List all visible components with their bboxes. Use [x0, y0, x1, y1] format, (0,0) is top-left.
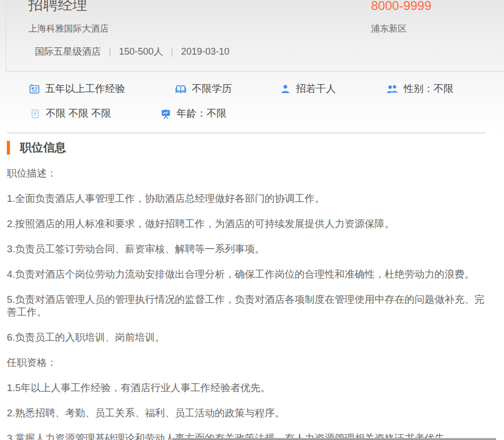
description-paragraph: 4.负责对酒店个岗位劳动力流动安排做出合理分析，确保工作岗位的合理性和准确性，杜…: [7, 268, 490, 281]
description-paragraph: 1.全面负责酒店人事管理工作，协助酒店总经理做好各部门的协调工作。: [7, 192, 490, 205]
job-detail-page: 招聘经理 8000-9999 上海科雅国际大酒店 浦东新区 国际五星级酒店|15…: [0, 0, 504, 440]
resume-icon: [29, 84, 40, 95]
people-icon: [386, 84, 398, 95]
company-name: 上海科雅国际大酒店: [28, 23, 109, 35]
requirement-education: 不限学历: [175, 83, 232, 95]
tag-post-date: 2019-03-10: [181, 46, 229, 57]
section-title: 职位信息: [20, 141, 66, 155]
tag-company-size: 150-500人: [119, 46, 163, 57]
description-heading: 职位描述：: [7, 167, 490, 180]
requirement-gender: 性别：不限: [386, 83, 454, 95]
section-accent-bar: [7, 141, 10, 155]
requirement-label: 性别：不限: [404, 82, 454, 96]
tag-separator: |: [109, 47, 111, 56]
description-paragraph: 6.负责员工的入职培训、岗前培训。: [7, 331, 490, 344]
person-icon: [280, 84, 291, 95]
requirement-label: 不限学历: [192, 82, 232, 96]
description-paragraph: 2.按照酒店的用人标准和要求，做好招聘工作，为酒店的可持续发展提供人力资源保障。: [7, 218, 490, 230]
requirement-experience: 五年以上工作经验: [29, 83, 125, 95]
bottom-edge-bar: [172, 438, 496, 440]
tag-hotel-grade: 国际五星级酒店: [35, 46, 101, 57]
company-tags: 国际五星级酒店|150-500人|2019-03-10: [35, 45, 229, 58]
tag-separator: |: [171, 47, 173, 56]
chart-board-icon: [160, 108, 171, 119]
description-paragraph: 3.负责员工签订劳动合同、薪资审核、解聘等一系列事项。: [7, 243, 490, 255]
requirement-other: 不限 不限 不限: [30, 107, 111, 120]
job-info-section-header: 职位信息: [7, 141, 66, 155]
qualification-heading: 任职资格：: [7, 356, 490, 369]
job-header-card: 招聘经理 8000-9999 上海科雅国际大酒店 浦东新区 国际五星级酒店|15…: [6, 0, 504, 71]
job-description: 职位描述： 1.全面负责酒店人事管理工作，协助酒店总经理做好各部门的协调工作。 …: [7, 167, 490, 440]
section-divider: [7, 132, 486, 134]
requirement-headcount: 招若干人: [280, 83, 336, 95]
requirement-label: 不限 不限 不限: [46, 107, 111, 120]
requirement-label: 年龄：不限: [177, 107, 227, 120]
job-location: 浦东新区: [371, 23, 407, 35]
book-icon: [175, 84, 187, 95]
requirement-age: 年龄：不限: [160, 107, 227, 120]
document-icon: [30, 108, 40, 119]
description-paragraph: 2.熟悉招聘、考勤、员工关系、福利、员工活动的政策与程序。: [7, 407, 490, 419]
description-paragraph: 1.5年以上人事工作经验，有酒店行业人事工作经验者优先。: [7, 382, 490, 394]
job-title: 招聘经理: [28, 0, 87, 13]
requirement-label: 招若干人: [296, 82, 336, 96]
requirement-label: 五年以上工作经验: [45, 82, 125, 96]
description-paragraph: 5.负责对酒店管理人员的管理执行情况的监督工作，负责对酒店各项制度在管理使用中存…: [7, 293, 490, 319]
salary-range: 8000-9999: [371, 0, 431, 13]
